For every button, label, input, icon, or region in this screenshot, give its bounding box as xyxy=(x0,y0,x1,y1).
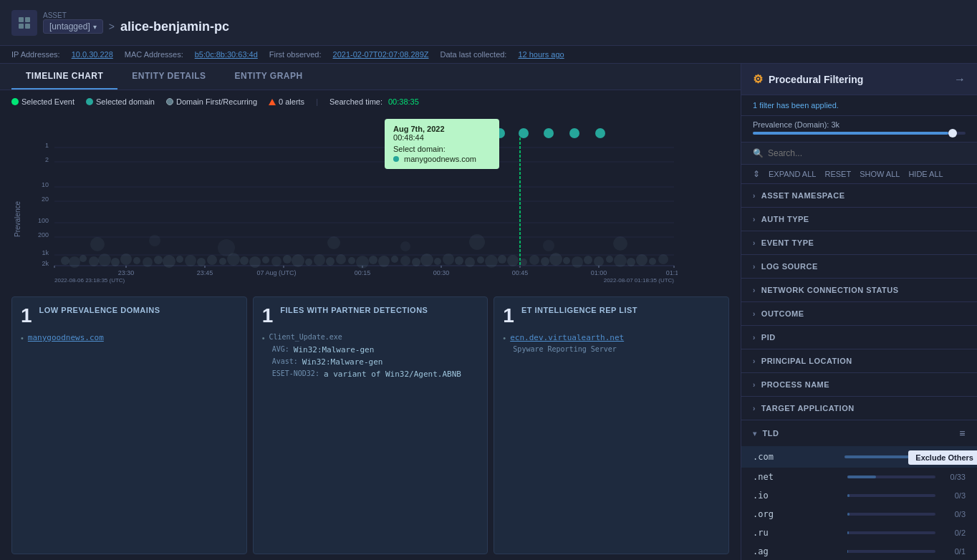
svg-point-110 xyxy=(569,128,579,138)
asset-tag-button[interactable]: [untagged] ▾ xyxy=(43,19,103,34)
svg-point-40 xyxy=(61,256,69,265)
card-item-fd-file[interactable]: • Client_Update.exe xyxy=(262,333,479,342)
card-item-et-detail: Spyware Reporting Server xyxy=(513,345,720,353)
low-prevalence-domain-link[interactable]: manygoodnews.com xyxy=(28,333,104,342)
card-count-fd: 1 xyxy=(262,306,274,326)
svg-text:2k: 2k xyxy=(42,260,49,267)
filter-section-label-network-connection-status: NETWORK CONNECTION STATUS xyxy=(761,286,899,294)
searched-time-value: 00:38:35 xyxy=(388,97,419,106)
tab-bar: TIMELINE CHART ENTITY DETAILS ENTITY GRA… xyxy=(0,64,741,90)
panel-arrow-icon[interactable]: → xyxy=(954,73,966,86)
tld-label: TLD xyxy=(763,429,779,438)
filter-section-header-asset-namespace[interactable]: › ASSET NAMESPACE xyxy=(741,184,977,207)
first-observed-value[interactable]: 2021-02-07T02:07:08.289Z xyxy=(333,50,429,59)
chart-area: Selected Event Selected domain Domain Fi… xyxy=(0,90,741,291)
svg-text:00:45: 00:45 xyxy=(512,269,529,276)
card-title-lp: LOW PREVALENCE DOMAINS xyxy=(39,306,160,314)
filter-applied-notice: 1 filter has been applied. xyxy=(741,95,977,116)
tld-item-io[interactable]: .io 0/3 xyxy=(741,486,977,505)
last-collected-value[interactable]: 12 hours ago xyxy=(518,50,564,59)
ip-address[interactable]: 10.0.30.228 xyxy=(72,50,113,59)
filter-section-header-log-source[interactable]: › LOG SOURCE xyxy=(741,255,977,278)
svg-point-81 xyxy=(498,255,506,264)
svg-text:07 Aug (UTC): 07 Aug (UTC) xyxy=(256,269,296,276)
reset-button[interactable]: RESET xyxy=(824,169,851,179)
filter-section-header-target-application[interactable]: › TARGET APPLICATION xyxy=(741,397,977,420)
svg-text:01:00: 01:00 xyxy=(591,269,607,276)
expand-icon-outcome: › xyxy=(753,310,756,318)
tab-entity-details[interactable]: ENTITY DETAILS xyxy=(117,64,220,90)
legend-alerts: 0 alerts xyxy=(269,97,304,106)
filter-section-header-outcome[interactable]: › OUTCOME xyxy=(741,302,977,325)
tld-sort-icon[interactable]: ≡ xyxy=(959,428,966,439)
tld-item-ag[interactable]: .ag 0/1 xyxy=(741,542,977,560)
tooltip-dot xyxy=(393,156,399,162)
svg-text:2: 2 xyxy=(45,156,49,163)
svg-point-69 xyxy=(369,256,377,264)
tld-name-3: .org xyxy=(753,509,842,519)
ip-label: IP Addresses: xyxy=(11,50,60,59)
tld-section-header[interactable]: ▾ TLD ≡ xyxy=(741,420,977,446)
tooltip-domain: manygoodnews.com xyxy=(404,155,476,163)
domain-first-recurring-dot xyxy=(166,98,173,105)
expand-all-button[interactable]: EXPAND ALL xyxy=(769,169,816,179)
breadcrumb-separator: > xyxy=(109,21,115,32)
expand-icon-target-application: › xyxy=(753,405,756,412)
timeline-chart-svg[interactable]: 2k 1k 200 100 20 10 2 1 Prevalence xyxy=(11,112,678,284)
filter-section-header-process-name[interactable]: › PROCESS NAME xyxy=(741,373,977,396)
tld-item-org[interactable]: .org 0/3 xyxy=(741,505,977,523)
svg-point-74 xyxy=(420,254,433,266)
svg-point-97 xyxy=(90,237,105,251)
filter-section-auth-type: › AUTH TYPE xyxy=(741,208,977,231)
chart-wrapper[interactable]: Aug 7th, 2022 00:48:44 Select domain: ma… xyxy=(11,112,729,284)
filter-section-process-name: › PROCESS NAME xyxy=(741,373,977,397)
svg-text:2022-08-06 23:18:35 (UTC): 2022-08-06 23:18:35 (UTC) xyxy=(54,277,125,284)
card-item-lp-1[interactable]: • manygoodnews.com xyxy=(21,333,238,342)
card-item-et-1[interactable]: • ecn.dev.virtualearth.net xyxy=(503,333,720,342)
tld-count-2: 0/3 xyxy=(944,491,966,500)
tld-item-net[interactable]: .net 0/33 xyxy=(741,468,977,486)
last-collected-label: Data last collected: xyxy=(440,50,506,59)
show-all-button[interactable]: SHOW ALL xyxy=(860,169,900,179)
mac-address[interactable]: b5:0c:8b:30:63:4d xyxy=(195,50,258,59)
filter-section-header-pid[interactable]: › PID xyxy=(741,326,977,349)
svg-point-89 xyxy=(584,256,592,264)
filter-section-label-auth-type: AUTH TYPE xyxy=(761,215,809,223)
tab-timeline-chart[interactable]: TIMELINE CHART xyxy=(11,64,117,90)
filter-section-label-asset-namespace: ASSET NAMESPACE xyxy=(761,191,845,200)
tab-entity-graph[interactable]: ENTITY GRAPH xyxy=(221,64,317,90)
filter-icon: ⚙ xyxy=(753,72,763,86)
left-panel: TIMELINE CHART ENTITY DETAILS ENTITY GRA… xyxy=(0,64,741,560)
tld-item-ru[interactable]: .ru 0/2 xyxy=(741,523,977,542)
svg-point-58 xyxy=(249,256,261,268)
tooltip-time: 00:48:44 xyxy=(393,133,491,142)
prevalence-bar-container[interactable]: Prevalence (Domain): 3k xyxy=(741,116,977,143)
svg-text:100: 100 xyxy=(38,217,49,224)
svg-point-78 xyxy=(465,257,475,267)
svg-point-45 xyxy=(111,258,120,266)
first-observed-label: First observed: xyxy=(269,50,322,59)
svg-rect-1 xyxy=(25,17,30,22)
svg-point-75 xyxy=(434,258,441,265)
et-domain-link[interactable]: ecn.dev.virtualearth.net xyxy=(510,333,624,342)
prevalence-slider[interactable] xyxy=(753,132,966,135)
bullet-icon-fd: • xyxy=(262,334,265,342)
svg-point-70 xyxy=(378,256,390,267)
bullet-icon: • xyxy=(21,334,24,342)
svg-point-50 xyxy=(163,255,175,268)
filter-section-header-auth-type[interactable]: › AUTH TYPE xyxy=(741,208,977,231)
filter-section-header-event-type[interactable]: › EVENT TYPE xyxy=(741,231,977,254)
tld-items-container: .com + − ✕ .net 0/33 .io 0/3 .org xyxy=(741,446,977,560)
filter-section-header-principal-location[interactable]: › PRINCIPAL LOCATION xyxy=(741,349,977,372)
search-container[interactable]: 🔍 xyxy=(741,143,977,165)
filter-section-header-network-connection-status[interactable]: › NETWORK CONNECTION STATUS xyxy=(741,279,977,301)
tooltip-label: Select domain: xyxy=(393,145,491,153)
prevalence-thumb[interactable] xyxy=(948,129,957,137)
hide-all-button[interactable]: HIDE ALL xyxy=(908,169,943,179)
tld-count-4: 0/2 xyxy=(944,528,966,537)
svg-text:23:30: 23:30 xyxy=(118,269,135,276)
selected-event-dot xyxy=(11,98,19,105)
tld-bar-1 xyxy=(847,475,936,478)
svg-point-77 xyxy=(455,256,463,265)
search-input[interactable] xyxy=(768,148,966,158)
